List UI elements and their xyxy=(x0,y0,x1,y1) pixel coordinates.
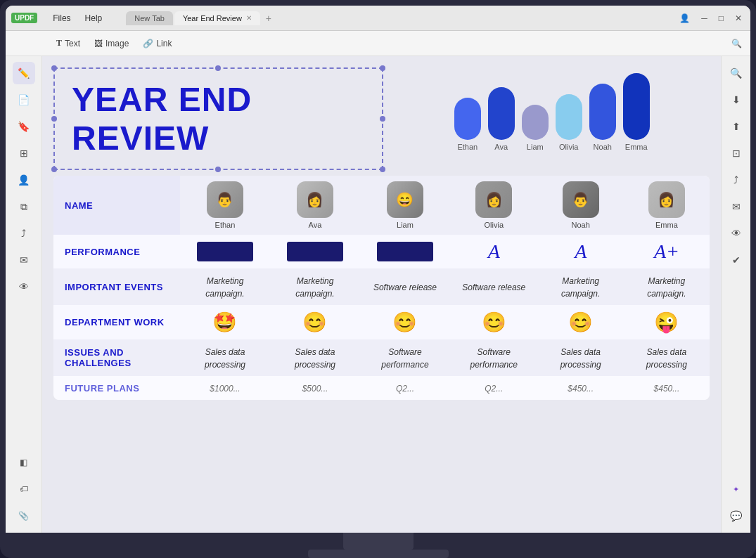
close-button[interactable]: ✕ xyxy=(732,13,745,23)
dept-ethan: 🤩 xyxy=(180,305,270,339)
sidebar-layers2-icon[interactable]: ◧ xyxy=(13,451,35,474)
issues-ava-text: Sales data processing xyxy=(295,347,335,370)
toolbar-image[interactable]: 🖼 Image xyxy=(94,39,129,48)
tab-new-tab[interactable]: New Tab xyxy=(126,11,173,25)
tab-year-end-review[interactable]: Year End Review ✕ xyxy=(174,11,260,25)
sidebar-bookmark2-icon[interactable]: 🏷 xyxy=(13,478,35,500)
perf-olivia-grade: A xyxy=(488,240,500,262)
toolbar-link[interactable]: 🔗 Link xyxy=(143,39,172,48)
avatar-ethan: 👨 Ethan xyxy=(180,176,270,235)
issues-ava: Sales data processing xyxy=(270,339,360,376)
bar-emma: Emma xyxy=(623,73,650,151)
sidebar-edit-icon[interactable]: ✏️ xyxy=(13,62,35,84)
issues-emma: Sales data processing xyxy=(624,339,710,376)
right-scan-icon[interactable]: ⊡ xyxy=(725,142,748,164)
sidebar-bookmark-icon[interactable]: 🔖 xyxy=(13,115,35,138)
dept-ava-emoji: 😊 xyxy=(302,311,327,333)
department-work-row: DEPARTMENT WORK 🤩 😊 😊 😊 😊 😜 xyxy=(53,305,710,339)
dept-liam-emoji: 😊 xyxy=(392,311,417,333)
perf-olivia: A xyxy=(450,235,538,268)
monitor-stand-neck xyxy=(343,533,414,550)
future-row-header: FUTURE PLANS xyxy=(53,376,180,400)
events-olivia-text: Software release xyxy=(462,283,525,292)
right-sidebar: 🔍 ⬇ ⬆ ⊡ ⤴ ✉ 👁 ✔ ✦ 💬 xyxy=(721,56,750,533)
dept-olivia-emoji: 😊 xyxy=(482,311,506,333)
perf-noah-grade: A xyxy=(575,240,587,262)
perf-liam xyxy=(360,235,450,268)
bar-chart: Ethan Ava Liam Olivia xyxy=(395,67,710,157)
future-noah: $450... xyxy=(538,376,624,400)
ava-name: Ava xyxy=(277,221,353,229)
dept-olivia: 😊 xyxy=(450,305,538,339)
right-download-icon[interactable]: ⬇ xyxy=(725,89,748,111)
avatar-emma: 👩 Emma xyxy=(624,176,710,235)
menu-files[interactable]: Files xyxy=(49,12,75,25)
toolbar-search[interactable]: 🔍 xyxy=(731,39,742,48)
perf-ethan xyxy=(180,235,270,268)
bar-liam: Liam xyxy=(522,105,549,151)
right-share-icon[interactable]: ⤴ xyxy=(725,169,748,191)
issues-ethan-text: Sales data processing xyxy=(205,347,245,370)
future-liam: Q2... xyxy=(360,376,450,400)
future-ethan: $1000... xyxy=(180,376,270,400)
maximize-button[interactable]: □ xyxy=(716,13,726,23)
sidebar-eye-icon[interactable]: 👁 xyxy=(13,275,35,298)
dept-emma: 😜 xyxy=(624,305,710,339)
menu-help[interactable]: Help xyxy=(81,12,107,25)
future-plans-row: FUTURE PLANS $1000... $500... Q2... Q2..… xyxy=(53,376,710,400)
future-emma: $450... xyxy=(624,376,710,400)
bar-noah-bar xyxy=(589,84,616,140)
events-liam-text: Software release xyxy=(373,283,437,292)
issues-noah-text: Sales data processing xyxy=(560,347,601,370)
perf-ethan-bar xyxy=(197,242,253,261)
noah-name: Noah xyxy=(545,221,617,229)
olivia-name: Olivia xyxy=(457,221,531,229)
perf-emma-grade: A+ xyxy=(654,240,679,262)
avatar-emma-img: 👩 xyxy=(648,181,685,218)
avatar-row: NAME 👨 Ethan 👩 Ava 😄 Liam xyxy=(53,176,710,235)
avatar-ava-img: 👩 xyxy=(297,181,333,218)
sidebar-share-icon[interactable]: ⤴ xyxy=(13,222,35,245)
issues-noah: Sales data processing xyxy=(538,339,624,376)
right-zoom-icon[interactable]: 🔍 xyxy=(725,62,748,84)
toolbar-text[interactable]: T Text xyxy=(56,38,80,48)
right-ai-icon[interactable]: ✦ xyxy=(725,478,748,500)
right-upload-icon[interactable]: ⬆ xyxy=(725,115,748,138)
dept-emma-emoji: 😜 xyxy=(654,311,679,333)
minimize-button[interactable]: ─ xyxy=(698,13,710,23)
sidebar-copy-icon[interactable]: ⧉ xyxy=(13,195,35,218)
user-icon[interactable]: 👤 xyxy=(677,13,693,23)
events-noah-text: Marketing campaign. xyxy=(561,276,600,299)
avatar-noah-img: 👨 xyxy=(563,181,599,218)
name-row-header: NAME xyxy=(53,176,180,235)
bar-ava-label: Ava xyxy=(494,143,508,151)
important-events-row: IMPORTANT EVENTS Marketing campaign. Mar… xyxy=(53,268,710,305)
bar-ethan-label: Ethan xyxy=(457,143,478,151)
review-table: NAME 👨 Ethan 👩 Ava 😄 Liam xyxy=(53,176,710,400)
bar-liam-bar xyxy=(522,105,549,140)
bar-liam-label: Liam xyxy=(527,143,544,151)
page-title: YEAR END REVIEW xyxy=(72,80,365,157)
monitor-stand-base xyxy=(308,550,449,558)
title-bar: UPDF Files Help New Tab Year End Review … xyxy=(6,6,750,31)
image-icon: 🖼 xyxy=(94,39,103,48)
sidebar-document-icon[interactable]: 📄 xyxy=(13,89,35,111)
liam-name: Liam xyxy=(367,221,443,229)
sidebar-mail-icon[interactable]: ✉ xyxy=(13,249,35,271)
right-mail-icon[interactable]: ✉ xyxy=(725,195,748,218)
avatar-liam: 😄 Liam xyxy=(360,176,450,235)
monitor-outer: UPDF Files Help New Tab Year End Review … xyxy=(0,0,756,558)
sidebar-layers-icon[interactable]: ⊞ xyxy=(13,142,35,164)
sidebar-attachment-icon[interactable]: 📎 xyxy=(13,505,35,527)
bar-olivia-bar xyxy=(556,94,582,140)
right-check-icon[interactable]: ✔ xyxy=(725,249,748,271)
avatar-ethan-img: 👨 xyxy=(207,181,243,218)
bar-ethan-bar xyxy=(454,98,481,140)
right-comment-icon[interactable]: 💬 xyxy=(725,505,748,527)
right-eye-icon[interactable]: 👁 xyxy=(725,222,748,245)
tab-close-icon[interactable]: ✕ xyxy=(246,14,252,22)
new-tab-button[interactable]: + xyxy=(262,11,276,25)
bar-ethan: Ethan xyxy=(454,98,481,151)
sidebar-person-icon[interactable]: 👤 xyxy=(13,169,35,191)
issues-row-header: ISSUES AND CHALLENGES xyxy=(53,339,180,376)
